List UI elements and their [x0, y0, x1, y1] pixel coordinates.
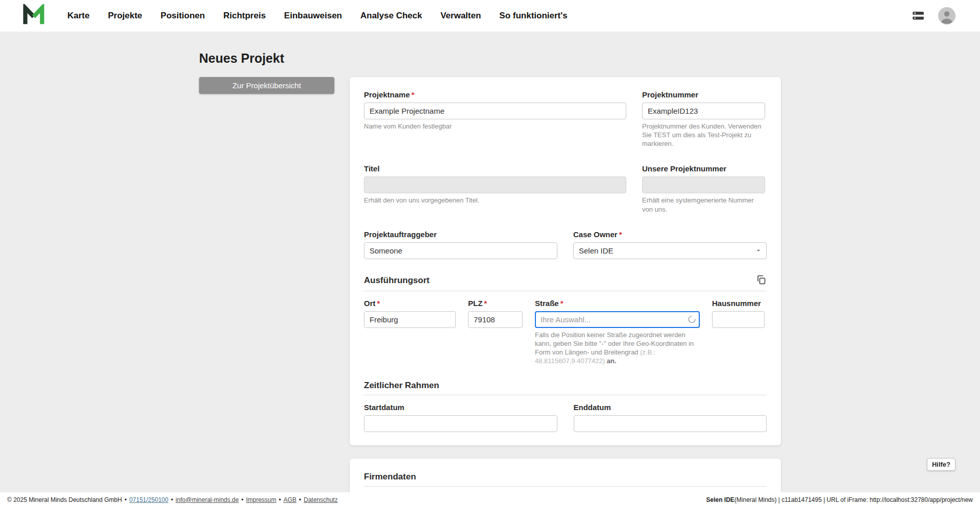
help-button[interactable]: Hilfe?: [927, 458, 955, 471]
field-projektauftraggeber: Projektauftraggeber: [364, 230, 557, 259]
footer-impressum-link[interactable]: Impressum: [246, 496, 276, 503]
required-marker: *: [560, 299, 564, 308]
field-ort: Ort*: [364, 299, 456, 366]
projektauftraggeber-label: Projektauftraggeber: [364, 230, 557, 239]
field-startdatum: Startdatum: [364, 403, 557, 432]
copyright-text: © 2025 Mineral Minds Deutschland GmbH: [7, 496, 122, 503]
projektnummer-helper: Projektnummer des Kunden. Verwenden Sie …: [642, 122, 765, 148]
field-strasse: Straße* Falls die Position keiner St: [535, 299, 700, 366]
section-divider: [364, 486, 767, 487]
section-divider: [364, 291, 767, 291]
required-marker: *: [484, 299, 487, 308]
footer: © 2025 Mineral Minds Deutschland GmbH • …: [0, 492, 980, 507]
footer-datenschutz-link[interactable]: Datenschutz: [304, 496, 338, 503]
titel-helper: Erhält den von uns vorgegebenen Titel.: [364, 196, 626, 205]
main-content: Neues Projekt Zur Projektübersicht Proje…: [199, 32, 781, 507]
content-copy-icon: [756, 274, 767, 287]
page-title: Neues Projekt: [199, 51, 781, 66]
projektname-label: Projektname*: [364, 90, 626, 99]
project-form-card: Projektname* Name vom Kunden festlegbar …: [350, 77, 781, 445]
field-plz: PLZ*: [468, 299, 523, 366]
top-nav: Karte Projekte Positionen Richtpreis Ein…: [0, 0, 980, 32]
strasse-helper: Falls die Position keiner Straße zugeord…: [535, 331, 700, 366]
loading-spinner-icon: [688, 315, 696, 324]
zeitlicher-rahmen-heading: Zeitlicher Rahmen: [364, 381, 439, 391]
ort-label: Ort*: [364, 299, 456, 308]
project-overview-button[interactable]: Zur Projektübersicht: [199, 77, 334, 94]
strasse-input[interactable]: [535, 311, 700, 328]
footer-session-info: Selen IDE (Mineral Minds) | c11ab1471495…: [706, 496, 973, 503]
case-owner-label: Case Owner*: [573, 230, 767, 239]
titel-label: Titel: [364, 164, 626, 173]
footer-user: Selen IDE: [706, 496, 734, 503]
required-marker: *: [619, 230, 622, 239]
field-projektname: Projektname* Name vom Kunden festlegbar: [364, 90, 626, 148]
header-actions: [911, 7, 955, 24]
footer-email-link[interactable]: info@mineral-minds.de: [176, 496, 239, 503]
left-column: Zur Projektübersicht: [199, 77, 334, 94]
nav-item-verwalten[interactable]: Verwalten: [440, 11, 481, 21]
field-projektnummer: Projektnummer Projektnummer des Kunden. …: [642, 90, 765, 148]
hausnummer-label: Hausnummer: [712, 299, 765, 308]
ausfuehrungsort-section-head: Ausführungsort: [364, 274, 767, 287]
nav-item-karte[interactable]: Karte: [67, 11, 89, 21]
projektnummer-label: Projektnummer: [642, 90, 765, 99]
nav-item-so-funktionierts[interactable]: So funktioniert's: [499, 11, 567, 21]
logo-icon: [22, 4, 45, 28]
nav-item-richtpreis[interactable]: Richtpreis: [223, 11, 265, 21]
nav-item-einbauweisen[interactable]: Einbauweisen: [284, 11, 342, 21]
plz-label: PLZ*: [468, 299, 523, 308]
required-marker: *: [377, 299, 380, 308]
case-owner-select[interactable]: [573, 242, 767, 259]
footer-agb-link[interactable]: AGB: [283, 496, 296, 503]
unsere-projektnummer-helper: Erhält eine systemgenerierte Nummer von …: [642, 196, 765, 213]
enddatum-input[interactable]: [574, 415, 767, 432]
field-titel: Titel Erhält den von uns vorgegebenen Ti…: [364, 164, 626, 213]
plz-input[interactable]: [468, 311, 523, 328]
server-icon[interactable]: [911, 9, 926, 22]
projektname-helper: Name vom Kunden festlegbar: [364, 122, 626, 131]
field-case-owner: Case Owner*: [573, 230, 767, 259]
unsere-projektnummer-label: Unsere Projektnummer: [642, 164, 765, 173]
nav-item-positionen[interactable]: Positionen: [161, 11, 205, 21]
footer-session-details: (Mineral Minds) | c11ab1471495 | URL of …: [734, 496, 973, 503]
field-hausnummer: Hausnummer: [712, 299, 765, 366]
brand-logo[interactable]: [22, 4, 45, 28]
unsere-projektnummer-input: [642, 176, 765, 193]
projektnummer-input[interactable]: [642, 103, 765, 119]
field-enddatum: Enddatum: [574, 403, 767, 432]
projektname-input[interactable]: [364, 103, 626, 119]
hausnummer-input[interactable]: [712, 311, 765, 328]
firmendaten-section-head: Firmendaten: [364, 472, 767, 482]
footer-left: © 2025 Mineral Minds Deutschland GmbH • …: [7, 496, 338, 503]
right-column: Projektname* Name vom Kunden festlegbar …: [350, 77, 781, 507]
strasse-label: Straße*: [535, 299, 700, 308]
projektauftraggeber-input[interactable]: [364, 242, 557, 259]
field-unsere-projektnummer: Unsere Projektnummer Erhält eine systemg…: [642, 164, 765, 213]
titel-input: [364, 176, 626, 193]
ausfuehrungsort-heading: Ausführungsort: [364, 275, 429, 286]
ort-input[interactable]: [364, 311, 456, 328]
footer-phone-link[interactable]: 07151/250100: [129, 496, 168, 503]
main-menu: Karte Projekte Positionen Richtpreis Ein…: [67, 11, 568, 21]
nav-item-projekte[interactable]: Projekte: [108, 11, 142, 21]
required-marker: *: [411, 90, 414, 99]
user-avatar-icon[interactable]: [938, 7, 955, 24]
enddatum-label: Enddatum: [574, 403, 767, 412]
zeitlicher-rahmen-section-head: Zeitlicher Rahmen: [364, 381, 767, 391]
startdatum-input[interactable]: [364, 415, 557, 432]
firmendaten-heading: Firmendaten: [364, 472, 416, 482]
case-owner-value[interactable]: [573, 242, 767, 259]
startdatum-label: Startdatum: [364, 403, 557, 412]
section-divider: [364, 395, 767, 395]
copy-address-button[interactable]: [756, 274, 767, 287]
nav-item-analyse-check[interactable]: Analyse Check: [360, 11, 422, 21]
